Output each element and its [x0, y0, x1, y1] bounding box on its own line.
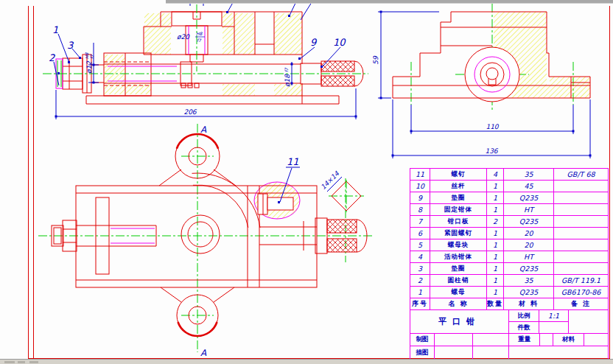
callout-10: 10 — [333, 37, 346, 48]
weight-value — [540, 334, 553, 346]
pieces-label: 件数 — [509, 322, 539, 334]
section-label-bottom: A — [200, 348, 207, 358]
bom-cell-name: 螺钉 — [430, 169, 487, 180]
bom-table: 11 螺钉 4 35 GB/T 68 10 丝杆 1 45 9 垫圈 1 Q23… — [410, 168, 609, 360]
bom-cell-notes — [554, 239, 608, 251]
dim-phi12: ø12 — [85, 60, 93, 74]
end-view — [393, 12, 590, 102]
bom-row: 8 固定钳体 1 HT — [410, 204, 608, 216]
bom-cell-name: 垫圈 — [430, 192, 487, 203]
bom-cell-name: 紧固螺钉 — [430, 228, 487, 239]
bom-cell-no: 2 — [410, 275, 430, 286]
bom-cell-name: 钳口板 — [430, 216, 487, 227]
bom-cell-notes: GB6170-86 — [554, 287, 608, 298]
bottom-scrollbar[interactable] — [0, 359, 613, 364]
dim-14x14: 14×14 — [320, 169, 341, 191]
bom-row: 11 螺钉 4 35 GB/T 68 — [410, 169, 608, 181]
drawing-number-cell — [569, 310, 608, 334]
dim-phi18: ø18 — [284, 74, 291, 87]
bom-header-name: 名 称 — [430, 298, 487, 309]
layout-tab-mark[interactable] — [18, 361, 25, 363]
bom-cell-qty: 1 — [487, 275, 504, 286]
dim-phi20: ø20 — [177, 33, 190, 41]
bom-cell-no: 5 — [410, 239, 430, 251]
bom-cell-material: HT — [504, 204, 554, 215]
weight-label: 重量 — [509, 334, 540, 346]
drawn-by-label: 制图 — [410, 334, 435, 346]
bom-cell-qty: 1 — [487, 181, 504, 192]
material-label: 材料 — [553, 334, 584, 346]
dim-110: 110 — [486, 123, 499, 130]
bom-cell-notes — [554, 251, 608, 262]
layout-tab-mark[interactable] — [4, 361, 15, 363]
bom-cell-material: 35 — [504, 275, 554, 286]
scale-label: 比例 — [509, 310, 539, 322]
bom-row: 10 丝杆 1 45 — [410, 181, 608, 192]
callout-2: 2 — [49, 52, 55, 63]
bom-row: 3 垫圈 1 Q235 — [410, 263, 608, 275]
bom-cell-name: 垫圈 — [430, 263, 487, 274]
bom-cell-name: 圆柱销 — [430, 275, 487, 286]
bom-cell-material: 35 — [504, 169, 554, 180]
bom-cell-notes — [554, 216, 608, 227]
bom-row: 5 螺母块 1 20 — [410, 239, 608, 251]
bom-cell-notes — [554, 228, 608, 239]
bom-cell-no: 8 — [410, 204, 430, 215]
bom-cell-name: 螺母块 — [430, 239, 487, 251]
bom-cell-qty: 1 — [487, 263, 504, 274]
bom-cell-name: 固定钳体 — [430, 204, 487, 215]
bom-cell-material: HT — [504, 251, 554, 262]
bom-cell-qty: 2 — [487, 216, 504, 227]
dim-206: 206 — [183, 108, 197, 116]
bom-cell-material: 20 — [504, 228, 554, 239]
bom-cell-material: 45 — [504, 181, 554, 192]
bom-header-notes: 备 注 — [554, 298, 608, 309]
bom-cell-qty: 1 — [487, 192, 504, 203]
bom-header-material: 材 料 — [504, 298, 554, 309]
bom-cell-name: 丝杆 — [430, 181, 487, 192]
bom-cell-notes — [554, 181, 608, 192]
drawn-by-date — [473, 334, 509, 346]
bom-cell-material: Q235 — [504, 287, 554, 298]
bom-cell-notes — [554, 192, 608, 203]
bom-row: 6 紧固螺钉 1 20 — [410, 228, 608, 239]
bom-cell-material: 20 — [504, 239, 554, 251]
traced-by-date — [473, 346, 509, 359]
bom-header-no: 序号 — [410, 298, 430, 309]
traced-by-value — [435, 346, 473, 359]
drawn-by-value — [435, 334, 473, 346]
bom-cell-no: 4 — [410, 251, 430, 262]
bom-row: 9 垫圈 1 Q235 — [410, 192, 608, 204]
bom-cell-notes — [554, 263, 608, 274]
bom-cell-no: 11 — [410, 169, 430, 180]
plan-view — [52, 134, 367, 336]
callout-3: 3 — [67, 40, 74, 51]
callout-1: 1 — [52, 24, 58, 35]
callout-9: 9 — [310, 37, 318, 48]
layout-tab-mark[interactable] — [29, 361, 38, 363]
callout-11: 11 — [287, 156, 299, 167]
top-scrollbar-edge[interactable] — [166, 0, 613, 4]
dim-59: 59 — [372, 55, 379, 65]
bom-cell-qty: 1 — [487, 228, 504, 239]
bom-header-row: 序号 名 称 数量 材 料 备 注 — [410, 298, 608, 310]
front-view — [56, 12, 363, 104]
dim-phi20-tol-top: H8 — [196, 31, 203, 36]
bom-cell-name: 活动钳体 — [430, 251, 487, 262]
pieces-value — [539, 322, 569, 334]
bom-row: 2 圆柱销 1 35 GB/T 119.1 — [410, 275, 608, 287]
dim-136: 136 — [485, 147, 498, 155]
bom-header-qty: 数量 — [487, 298, 504, 309]
scale-value: 1:1 — [539, 310, 569, 322]
bom-cell-no: 9 — [410, 192, 430, 203]
bom-cell-material: Q235 — [504, 216, 554, 227]
bom-cell-qty: 1 — [487, 251, 504, 262]
bom-cell-notes: GB/T 119.1 — [554, 275, 608, 286]
bom-cell-qty: 1 — [487, 204, 504, 215]
bom-cell-notes — [554, 204, 608, 215]
title-block: 平口钳 制图 描图 比例 1:1 件数 重量 材料 — [410, 310, 608, 359]
traced-by-label: 描图 — [410, 346, 435, 359]
dim-phi12-tol-top: H8 — [84, 52, 89, 59]
title-block-empty-cell — [509, 346, 608, 359]
bom-row: 7 钳口板 2 Q235 — [410, 216, 608, 228]
